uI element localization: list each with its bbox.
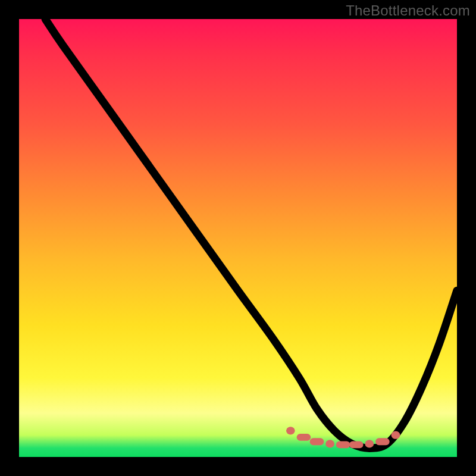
watermark-text: TheBottleneck.com — [346, 2, 470, 19]
chart-frame: TheBottleneck.com — [0, 0, 476, 476]
marker-dot — [286, 427, 295, 434]
marker-dot — [365, 440, 374, 447]
marker-dot — [392, 431, 400, 439]
marker-pill — [310, 438, 324, 445]
marker-pill — [336, 441, 350, 449]
marker-pill — [375, 438, 390, 445]
curve-layer — [19, 19, 457, 457]
plot-area — [19, 19, 457, 457]
bottleneck-curve — [45, 19, 457, 448]
marker-pill — [297, 434, 311, 441]
marker-dot — [325, 440, 334, 447]
marker-pill — [349, 441, 364, 449]
